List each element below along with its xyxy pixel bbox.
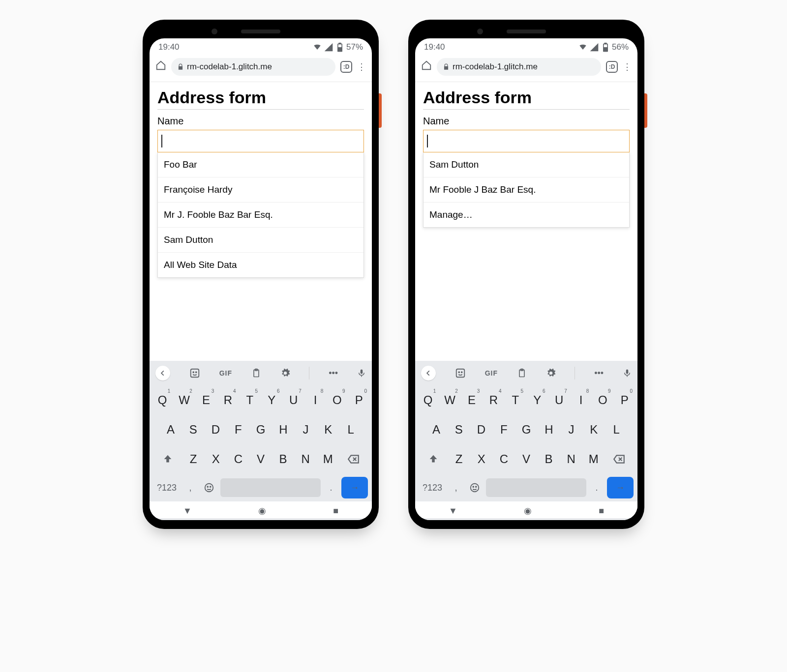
nav-home-icon[interactable]: ◉ (258, 505, 266, 516)
key-o[interactable]: O9 (592, 387, 613, 413)
key-f[interactable]: F (227, 417, 249, 442)
key-o[interactable]: O9 (326, 387, 348, 413)
numbers-key[interactable]: ?123 (153, 477, 180, 498)
key-j[interactable]: J (560, 417, 583, 442)
tabs-button[interactable]: :D (606, 61, 618, 73)
key-v[interactable]: V (515, 446, 538, 472)
autofill-suggestion[interactable]: Sam Dutton (158, 228, 363, 253)
key-v[interactable]: V (249, 446, 272, 472)
key-w[interactable]: W2 (173, 387, 195, 413)
nav-home-icon[interactable]: ◉ (524, 505, 532, 516)
settings-icon[interactable] (280, 368, 290, 378)
sticker-icon[interactable] (189, 368, 200, 379)
key-r[interactable]: R4 (217, 387, 239, 413)
key-y[interactable]: Y6 (526, 387, 548, 413)
key-k[interactable]: K (582, 417, 605, 442)
key-x[interactable]: X (205, 446, 227, 472)
key-q[interactable]: Q1 (151, 387, 173, 413)
emoji-key[interactable] (466, 477, 483, 498)
key-b[interactable]: B (538, 446, 560, 472)
shift-key[interactable] (153, 446, 182, 472)
backspace-key[interactable] (339, 446, 368, 472)
nav-back-icon[interactable]: ▼ (449, 506, 457, 516)
nav-back-icon[interactable]: ▼ (183, 506, 192, 516)
url-bar[interactable]: rm-codelab-1.glitch.me (171, 58, 335, 76)
key-f[interactable]: F (492, 417, 515, 442)
key-m[interactable]: M (317, 446, 339, 472)
key-r[interactable]: R4 (483, 387, 504, 413)
name-input[interactable] (423, 130, 630, 152)
key-m[interactable]: M (582, 446, 605, 472)
url-bar[interactable]: rm-codelab-1.glitch.me (437, 58, 601, 76)
settings-icon[interactable] (546, 368, 556, 378)
period-key[interactable]: . (324, 477, 338, 498)
comma-key[interactable]: , (183, 477, 198, 498)
clipboard-icon[interactable] (251, 368, 261, 378)
key-x[interactable]: X (470, 446, 493, 472)
enter-key[interactable]: → (341, 477, 368, 498)
overflow-menu-icon[interactable]: ⋮ (357, 62, 366, 71)
tabs-button[interactable]: :D (340, 61, 352, 73)
key-h[interactable]: H (538, 417, 560, 442)
nav-recent-icon[interactable]: ■ (333, 506, 338, 516)
key-a[interactable]: A (425, 417, 448, 442)
autofill-suggestion[interactable]: Manage… (424, 203, 629, 227)
key-d[interactable]: D (205, 417, 227, 442)
enter-key[interactable]: → (607, 477, 634, 498)
name-input[interactable] (157, 130, 364, 152)
key-h[interactable]: H (272, 417, 295, 442)
overflow-menu-icon[interactable]: ⋮ (623, 62, 632, 71)
comma-key[interactable]: , (449, 477, 463, 498)
home-icon[interactable] (155, 60, 166, 74)
key-g[interactable]: G (515, 417, 538, 442)
key-g[interactable]: G (249, 417, 272, 442)
autofill-suggestion[interactable]: Foo Bar (158, 152, 363, 177)
key-i[interactable]: I8 (304, 387, 326, 413)
key-b[interactable]: B (272, 446, 295, 472)
key-j[interactable]: J (295, 417, 317, 442)
autofill-suggestion[interactable]: Mr Fooble J Baz Bar Esq. (424, 177, 629, 203)
autofill-suggestion[interactable]: Sam Dutton (424, 152, 629, 177)
autofill-suggestion[interactable]: Mr J. Fooble Baz Bar Esq. (158, 203, 363, 228)
key-z[interactable]: Z (182, 446, 205, 472)
more-icon[interactable]: ••• (594, 368, 604, 379)
key-c[interactable]: C (493, 446, 515, 472)
key-e[interactable]: E3 (461, 387, 483, 413)
key-a[interactable]: A (159, 417, 182, 442)
key-n[interactable]: N (560, 446, 582, 472)
key-q[interactable]: Q1 (417, 387, 439, 413)
keyboard-back-icon[interactable] (155, 366, 170, 380)
clipboard-icon[interactable] (517, 368, 527, 378)
emoji-key[interactable] (201, 477, 217, 498)
keyboard-back-icon[interactable] (421, 366, 436, 380)
key-u[interactable]: U7 (282, 387, 304, 413)
backspace-key[interactable] (605, 446, 634, 472)
key-k[interactable]: K (317, 417, 339, 442)
key-d[interactable]: D (470, 417, 493, 442)
gif-button[interactable]: GIF (485, 369, 498, 377)
key-t[interactable]: T5 (505, 387, 526, 413)
key-c[interactable]: C (227, 446, 250, 472)
key-t[interactable]: T5 (239, 387, 261, 413)
key-z[interactable]: Z (448, 446, 470, 472)
numbers-key[interactable]: ?123 (419, 477, 446, 498)
key-n[interactable]: N (294, 446, 317, 472)
key-l[interactable]: L (605, 417, 628, 442)
gif-button[interactable]: GIF (219, 369, 232, 377)
key-p[interactable]: P0 (348, 387, 370, 413)
home-icon[interactable] (421, 60, 432, 74)
spacebar-key[interactable] (220, 478, 321, 497)
more-icon[interactable]: ••• (329, 368, 338, 379)
shift-key[interactable] (419, 446, 448, 472)
sticker-icon[interactable] (455, 368, 466, 379)
autofill-suggestion[interactable]: Françoise Hardy (158, 177, 363, 203)
key-s[interactable]: S (448, 417, 470, 442)
autofill-suggestion[interactable]: All Web Site Data (158, 253, 363, 277)
key-u[interactable]: U7 (548, 387, 570, 413)
key-p[interactable]: P0 (614, 387, 636, 413)
nav-recent-icon[interactable]: ■ (599, 506, 604, 516)
key-e[interactable]: E3 (195, 387, 217, 413)
period-key[interactable]: . (589, 477, 604, 498)
mic-icon[interactable] (357, 369, 366, 378)
key-y[interactable]: Y6 (261, 387, 282, 413)
